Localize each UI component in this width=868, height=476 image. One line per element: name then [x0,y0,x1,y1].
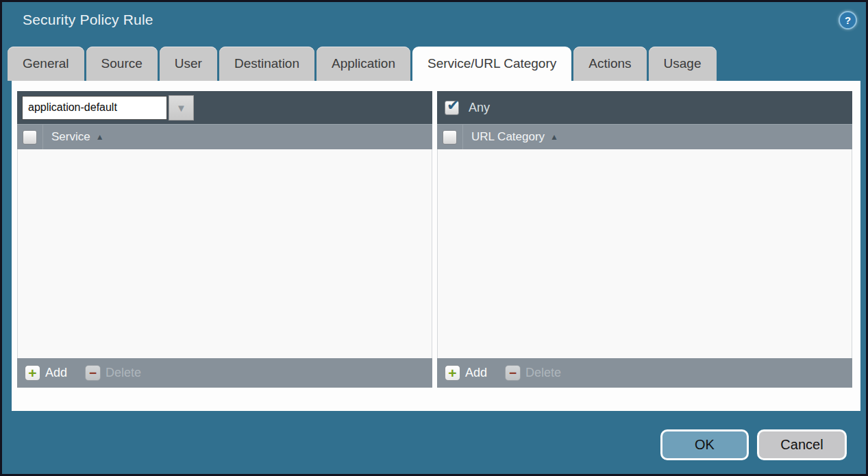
url-category-add-button[interactable]: + Add [445,365,487,381]
service-type-combo: ▼ [22,95,194,121]
service-add-button[interactable]: + Add [25,365,67,381]
url-category-delete-button[interactable]: − Delete [505,365,561,381]
delete-button-label: Delete [525,366,561,380]
service-panel: ▼ Service ▲ + Add − Delete [17,91,432,388]
service-grid-header: Service ▲ [17,124,432,149]
any-checkbox-label: Any [469,101,490,115]
tab-service-url-category[interactable]: Service/URL Category [412,47,571,81]
tab-source[interactable]: Source [86,47,158,81]
security-policy-rule-dialog: Security Policy Rule ? General Source Us… [0,0,868,476]
url-category-panel-header: ✔ Any [437,91,852,124]
service-select-all-cell [17,125,43,149]
tab-application[interactable]: Application [317,47,410,81]
service-panel-footer: + Add − Delete [17,358,432,388]
service-list-body[interactable] [17,149,432,358]
help-icon[interactable]: ? [839,11,857,29]
tab-user[interactable]: User [160,47,217,81]
url-category-select-all-checkbox[interactable] [443,130,457,145]
url-category-list-body[interactable] [437,149,852,358]
dialog-title: Security Policy Rule [23,12,153,28]
tab-bar: General Source User Destination Applicat… [8,47,717,81]
tab-usage[interactable]: Usage [649,47,717,81]
add-button-label: Add [45,366,67,380]
checkmark-icon: ✔ [447,97,459,114]
url-category-panel-footer: + Add − Delete [437,358,852,388]
service-select-all-checkbox[interactable] [23,130,37,145]
tab-actions[interactable]: Actions [573,47,646,81]
service-type-dropdown-button[interactable]: ▼ [169,95,194,121]
plus-icon: + [445,365,460,381]
tab-general[interactable]: General [8,47,84,81]
any-checkbox[interactable]: ✔ [445,101,459,115]
sort-ascending-icon[interactable]: ▲ [550,132,558,142]
service-column-header[interactable]: Service [51,130,90,144]
tab-destination[interactable]: Destination [219,47,314,81]
help-icon-glyph: ? [845,14,851,26]
ok-button[interactable]: OK [660,429,749,460]
url-category-grid-header: URL Category ▲ [437,124,852,149]
sort-ascending-icon[interactable]: ▲ [96,132,104,142]
service-type-input[interactable] [22,96,167,120]
chevron-down-icon: ▼ [176,102,186,114]
url-category-panel: ✔ Any URL Category ▲ + Add − Dele [437,91,852,388]
plus-icon: + [25,365,40,381]
url-category-column-header[interactable]: URL Category [471,130,545,144]
tab-content-sheet: ▼ Service ▲ + Add − Delete [12,81,860,411]
minus-icon: − [505,365,521,381]
url-category-select-all-cell [437,125,463,149]
cancel-button[interactable]: Cancel [757,429,847,460]
service-panel-header: ▼ [17,91,432,124]
service-delete-button[interactable]: − Delete [85,365,141,381]
add-button-label: Add [465,366,487,380]
delete-button-label: Delete [106,366,141,380]
minus-icon: − [85,365,101,381]
